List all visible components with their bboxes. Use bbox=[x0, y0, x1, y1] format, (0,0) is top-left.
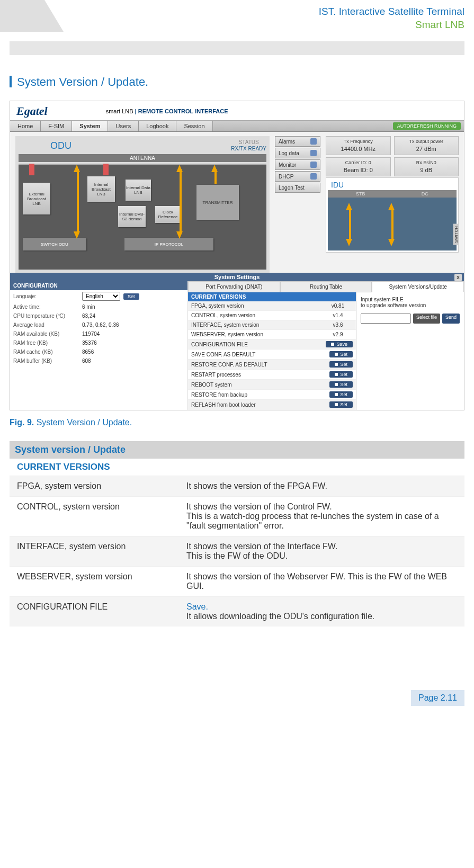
deftable-header1: System version / Update bbox=[10, 441, 464, 459]
cfg-ram-avail-label: RAM available (KB) bbox=[13, 331, 82, 337]
cv-value: v0.81 bbox=[323, 303, 353, 309]
cv-key: RESTORE CONF. AS DEFAULT bbox=[191, 362, 329, 368]
section-title: System Version / Update. bbox=[10, 75, 464, 89]
subtab-versions-update[interactable]: System Versions/Update bbox=[372, 281, 464, 292]
def-value: Save.It allows downloading the ODU's con… bbox=[179, 597, 464, 627]
tab-logbook[interactable]: Logbook bbox=[139, 121, 176, 131]
language-set-button[interactable]: Set bbox=[123, 293, 139, 300]
idu-panel: IDU STBDC SWITCH bbox=[326, 177, 459, 253]
odu-diagram: External Broadcast LNB Internal Broadcas… bbox=[19, 164, 266, 270]
logdata-icon bbox=[310, 150, 317, 156]
cfg-ram-cache-value: 8656 bbox=[82, 349, 94, 355]
def-key: INTERFACE, system version bbox=[10, 536, 179, 567]
upload-file-input[interactable] bbox=[361, 314, 411, 324]
page-number: Page 2.11 bbox=[411, 690, 464, 706]
header-line-1: IST. Interactive Satellite Terminal bbox=[319, 5, 464, 19]
cv-key: SAVE CONF. AS DEFAULT bbox=[191, 352, 329, 357]
idu-col-stb: STB bbox=[356, 191, 365, 196]
configuration-header: CONFIGURATION bbox=[10, 281, 187, 290]
cv-key: FPGA, system version bbox=[191, 303, 323, 309]
def-value: It shows the version of the Webserver FW… bbox=[179, 567, 464, 597]
subtab-routing-table[interactable]: Routing Table bbox=[280, 281, 372, 292]
subtab-port-forwarding[interactable]: Port Forwarding (DNAT) bbox=[188, 281, 280, 292]
doc-header: IST. Interactive Satellite Terminal Smar… bbox=[10, 0, 464, 37]
cfg-ram-avail-value: 119704 bbox=[82, 331, 100, 337]
block-ip-protocol: IP PROTOCOL bbox=[124, 238, 213, 250]
stat-tx-power: Tx output power27 dBm bbox=[394, 136, 459, 155]
block-int-bcast-lnb: Internal Broadcast LNB bbox=[87, 176, 115, 202]
cfg-ram-cache-label: RAM cache (KB) bbox=[13, 349, 82, 355]
block-int-dvbs2: Internal DVB-S2 demod bbox=[118, 206, 146, 227]
cv-action-button[interactable]: Set bbox=[329, 381, 353, 388]
odu-panel: ODU STATUS RX/TX READY ANTENNA External … bbox=[15, 136, 270, 273]
cv-key: WEBSERVER, system version bbox=[191, 332, 323, 337]
def-value: It shows the version of the Control FW.T… bbox=[179, 497, 464, 536]
cv-key: INTERFACE, system version bbox=[191, 322, 323, 328]
deftable-header2: CURRENT VERSIONS bbox=[10, 459, 464, 476]
idu-col-dc: DC bbox=[422, 191, 428, 196]
def-value: It shows the version of the FPGA FW. bbox=[179, 476, 464, 497]
cfg-cpu-temp-value: 63,24 bbox=[82, 313, 95, 319]
header-slash-graphic bbox=[0, 0, 64, 32]
btn-logdata[interactable]: Log data bbox=[275, 148, 320, 158]
cv-action-button[interactable]: Set bbox=[329, 371, 353, 378]
definitions-table: System version / Update CURRENT VERSIONS… bbox=[10, 441, 464, 627]
upload-line2: to upgrade software version bbox=[361, 302, 460, 308]
tab-users[interactable]: Users bbox=[108, 121, 139, 131]
language-select[interactable]: English bbox=[82, 292, 120, 301]
btn-alarms[interactable]: Alarms bbox=[275, 136, 320, 147]
monitor-icon bbox=[310, 162, 317, 168]
cv-key: RESTORE from backup bbox=[191, 392, 329, 398]
send-button[interactable]: Send bbox=[442, 314, 460, 324]
cv-action-button[interactable]: Set bbox=[329, 391, 353, 398]
cv-value: v3.6 bbox=[323, 322, 353, 328]
cv-key: CONFIGURATION FILE bbox=[191, 342, 326, 347]
brand-logo: Egatel bbox=[16, 104, 48, 118]
cv-key: REFLASH from boot loader bbox=[191, 402, 329, 408]
block-int-data-lnb: Internal Data LNB bbox=[126, 180, 151, 201]
btn-dhcp[interactable]: DHCP bbox=[275, 171, 320, 182]
antenna-bar: ANTENNA bbox=[19, 154, 266, 162]
idu-title: IDU bbox=[328, 180, 457, 190]
block-transmitter: TRANSMITTER bbox=[196, 185, 239, 220]
cfg-ram-free-label: RAM free (KB) bbox=[13, 340, 82, 346]
header-rule bbox=[10, 41, 464, 55]
cv-key: CONTROL, system version bbox=[191, 312, 323, 318]
block-ext-lnb: External Broadcast LNB bbox=[23, 183, 50, 214]
rx-rf-chip bbox=[29, 164, 34, 175]
close-icon[interactable]: x bbox=[454, 274, 462, 281]
tab-home[interactable]: Home bbox=[10, 121, 41, 131]
idu-switch-label: SWITCH bbox=[453, 224, 459, 245]
block-switch-odu: SWITCH ODU bbox=[23, 238, 86, 250]
header-line-2: Smart LNB bbox=[319, 19, 464, 32]
autorefresh-badge: AUTOREFRESH RUNNING bbox=[393, 122, 461, 130]
system-settings-header: System Settings x bbox=[10, 273, 464, 281]
tab-system[interactable]: System bbox=[72, 121, 108, 131]
stat-tx-freq: Tx Frequency14400.0 MHz bbox=[326, 136, 391, 155]
cfg-active-time-value: 6 min bbox=[82, 304, 95, 310]
dhcp-icon bbox=[310, 173, 317, 180]
btn-monitor[interactable]: Monitor bbox=[275, 159, 320, 170]
stat-rx-esn0: Rx Es/N09 dB bbox=[394, 157, 459, 176]
def-key: CONFIGURATION FILE bbox=[10, 597, 179, 627]
cv-key: REBOOT system bbox=[191, 382, 329, 388]
cv-action-button[interactable]: Set bbox=[329, 351, 353, 357]
figure-caption: Fig. 9. System Version / Update. bbox=[10, 418, 464, 427]
odu-title: ODU bbox=[50, 140, 71, 151]
cfg-ram-buffer-value: 608 bbox=[82, 358, 91, 364]
stat-carrier-beam: Carrier ID: 0Beam ID: 0 bbox=[326, 157, 391, 176]
brand-sub-a: smart LNB bbox=[106, 108, 133, 114]
tab-session[interactable]: Session bbox=[176, 121, 212, 131]
cfg-language-label: Languaje: bbox=[13, 293, 82, 299]
tab-fsim[interactable]: F-SIM bbox=[41, 121, 72, 131]
cv-value: v2.9 bbox=[323, 332, 353, 337]
cv-action-button[interactable]: Save bbox=[326, 341, 353, 347]
cv-action-button[interactable]: Set bbox=[329, 361, 353, 368]
def-key: WEBSERVER, system version bbox=[10, 567, 179, 597]
cv-action-button[interactable]: Set bbox=[329, 401, 353, 408]
current-versions-header: CURRENT VERSIONS bbox=[188, 292, 356, 301]
select-file-button[interactable]: Select file bbox=[413, 314, 440, 324]
cfg-avg-load-value: 0.73, 0.62, 0.36 bbox=[82, 322, 119, 328]
main-tabs: Home F-SIM System Users Logbook Session … bbox=[10, 120, 464, 132]
btn-logontest[interactable]: Logon Test bbox=[275, 183, 320, 193]
